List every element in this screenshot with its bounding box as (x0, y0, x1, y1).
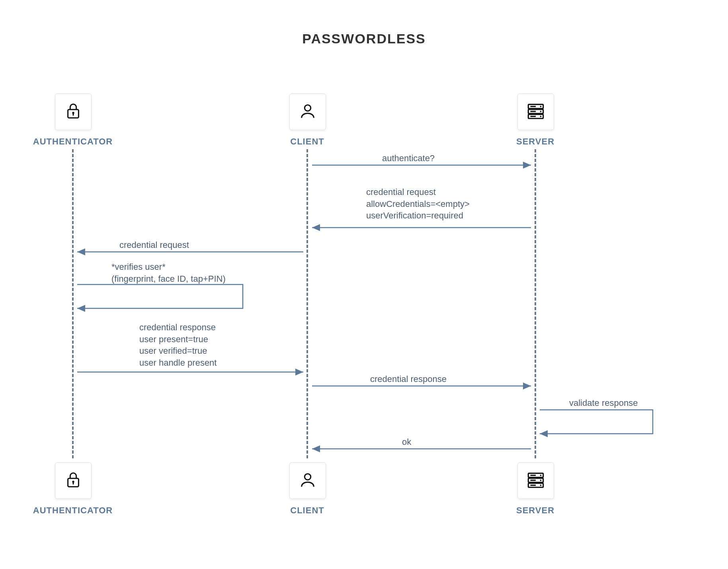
arrow-self-verify (77, 284, 243, 308)
lock-icon (64, 471, 82, 491)
svg-point-9 (540, 116, 542, 117)
msg-label-validate-self: validate response (569, 397, 638, 409)
actor-label-client-top: CLIENT (290, 136, 324, 147)
server-icon (526, 101, 546, 123)
svg-point-20 (540, 475, 542, 476)
svg-point-7 (540, 106, 542, 107)
diagram-canvas: PASSWORDLESS (0, 0, 728, 569)
server-icon (526, 470, 546, 491)
lock-icon (64, 102, 82, 122)
person-icon (299, 102, 317, 122)
svg-point-16 (304, 474, 310, 480)
actor-box-client-top (289, 94, 326, 130)
lifeline-authenticator (72, 149, 74, 458)
arrows (0, 0, 728, 569)
actor-box-server-bottom (517, 462, 554, 499)
actor-label-authenticator-bottom: AUTHENTICATOR (33, 505, 113, 516)
msg-label-verify-self: *verifies user* (fingerprint, face ID, t… (111, 261, 226, 284)
svg-point-22 (540, 485, 542, 486)
actor-label-authenticator-top: AUTHENTICATOR (33, 136, 113, 147)
msg-label-credresp-auth-client: credential response user present=true us… (139, 322, 217, 369)
svg-point-8 (540, 111, 542, 112)
person-icon (299, 471, 317, 491)
svg-point-3 (304, 105, 310, 111)
actor-label-server-bottom: SERVER (516, 505, 554, 516)
msg-label-ok: ok (402, 436, 411, 448)
actor-box-client-bottom (289, 462, 326, 499)
actor-box-server-top (517, 94, 554, 130)
arrow-self-validate (540, 410, 653, 434)
lifeline-client (306, 149, 308, 458)
msg-label-credreq-client-auth: credential request (119, 239, 189, 251)
lifeline-server (535, 149, 536, 458)
actor-label-server-top: SERVER (516, 136, 554, 147)
actor-box-authenticator-top (55, 94, 92, 130)
svg-point-14 (72, 481, 74, 483)
actor-label-client-bottom: CLIENT (290, 505, 324, 516)
svg-point-1 (72, 112, 74, 114)
msg-label-credreq-server-client: credential request allowCredentials=<emp… (366, 186, 470, 222)
actor-box-authenticator-bottom (55, 462, 92, 499)
msg-label-authenticate: authenticate? (382, 152, 435, 164)
svg-point-21 (540, 479, 542, 481)
msg-label-credresp-client-server: credential response (370, 373, 447, 385)
